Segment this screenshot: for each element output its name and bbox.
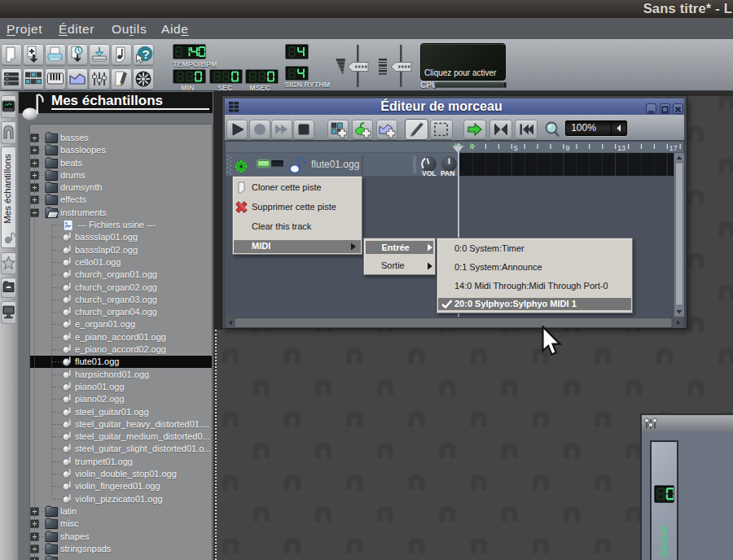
svg-text:9: 9: [565, 144, 569, 152]
svg-text:5: 5: [514, 144, 518, 152]
svg-text:13: 13: [617, 144, 625, 152]
svg-text:17: 17: [669, 144, 678, 152]
